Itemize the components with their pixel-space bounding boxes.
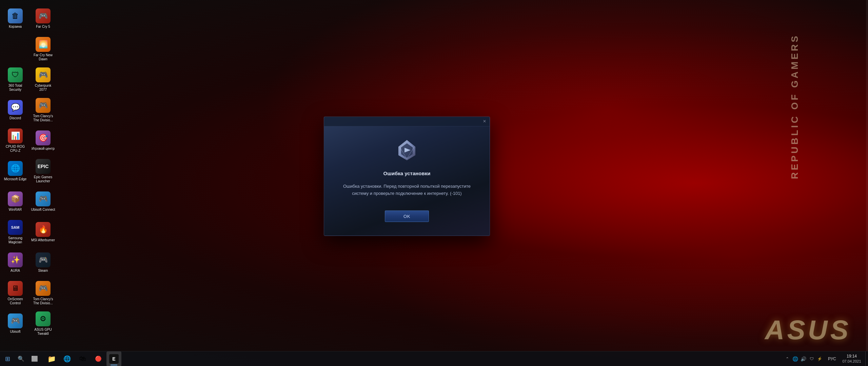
dialog-titlebar: ✕ xyxy=(324,117,490,126)
clock-time: 19:14 xyxy=(847,354,857,359)
task-view-button[interactable]: ⬜ xyxy=(27,351,42,366)
clock-date: 07.04.2021 xyxy=(842,359,861,364)
file-explorer-icon: 📁 xyxy=(47,355,56,363)
language-indicator[interactable]: РУС xyxy=(826,357,838,361)
malware-icon: 🔴 xyxy=(95,355,102,362)
tray-power[interactable]: ⚡ xyxy=(816,355,823,362)
edge-taskbar-icon: 🌐 xyxy=(63,355,71,363)
error-dialog: ✕ xyxy=(324,117,490,236)
app-logo-icon xyxy=(395,138,419,162)
taskbar-edge[interactable]: 🌐 xyxy=(60,351,75,366)
tray-network[interactable]: 🌐 xyxy=(792,355,799,362)
taskbar-epic-active[interactable]: E xyxy=(106,351,121,366)
epic-taskbar-icon: E xyxy=(109,354,119,364)
taskbar: ⊞ 🔍 ⬜ 📁 🌐 🛍 🔴 E ⌃ 🌐 🔊 xyxy=(0,351,868,366)
dialog-message: Ошибка установки. Перед повторной попытк… xyxy=(342,183,471,197)
network-icon: 🌐 xyxy=(792,356,798,362)
dialog-icon-area xyxy=(393,137,420,164)
volume-icon: 🔊 xyxy=(801,356,806,362)
task-view-icon: ⬜ xyxy=(31,355,38,362)
taskbar-clock[interactable]: 19:14 07.04.2021 xyxy=(838,351,865,366)
taskbar-pinned-area: 📁 🌐 🛍 🔴 E xyxy=(42,351,123,366)
show-desktop-button[interactable] xyxy=(865,351,868,366)
power-icon: ⚡ xyxy=(817,357,822,361)
dialog-overlay: ✕ xyxy=(0,0,868,366)
tray-up-arrow[interactable]: ⌃ xyxy=(784,355,791,362)
taskbar-store[interactable]: 🛍 xyxy=(75,351,90,366)
dialog-title: Ошибка установки xyxy=(383,170,431,176)
system-tray: ⌃ 🌐 🔊 🛡 ⚡ xyxy=(781,355,826,362)
dialog-close-button[interactable]: ✕ xyxy=(482,119,487,124)
windows-logo-icon: ⊞ xyxy=(5,355,10,363)
start-button[interactable]: ⊞ xyxy=(0,351,15,366)
dialog-ok-button[interactable]: OK xyxy=(385,210,429,222)
security-icon: 🛡 xyxy=(810,357,814,361)
taskbar-file-explorer[interactable]: 📁 xyxy=(44,351,59,366)
up-arrow-icon: ⌃ xyxy=(786,357,789,361)
search-button[interactable]: 🔍 xyxy=(15,351,27,366)
taskbar-malware[interactable]: 🔴 xyxy=(91,351,106,366)
tray-security[interactable]: 🛡 xyxy=(808,355,815,362)
dialog-body: Ошибка установки Ошибка установки. Перед… xyxy=(324,126,490,236)
store-icon: 🛍 xyxy=(79,355,86,363)
search-icon: 🔍 xyxy=(18,355,24,362)
tray-volume[interactable]: 🔊 xyxy=(800,355,807,362)
